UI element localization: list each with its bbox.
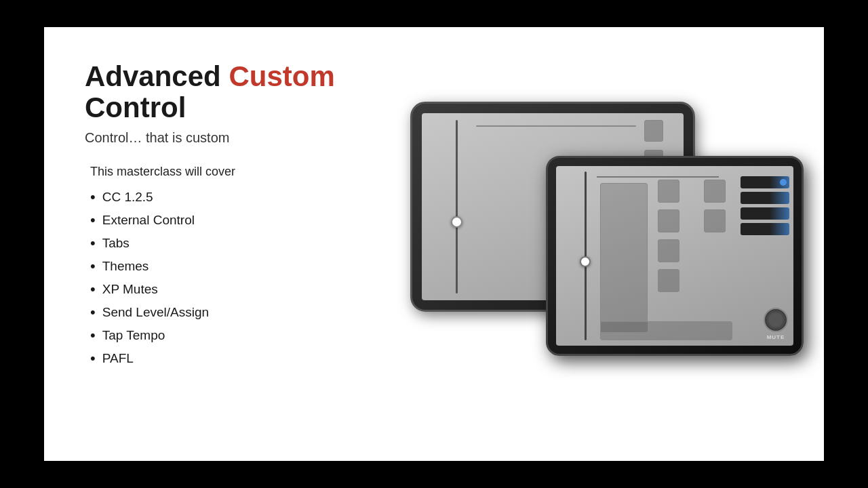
front-right-channels xyxy=(704,180,726,232)
front-btn-3 xyxy=(741,207,789,220)
content-right: MUTE xyxy=(410,61,804,434)
slide: Advanced Custom Control Control… that is… xyxy=(44,27,824,461)
back-slider-track xyxy=(456,120,458,293)
front-btn-4 xyxy=(741,223,789,235)
front-slider-thumb xyxy=(580,256,591,267)
front-bottom-channel xyxy=(600,321,732,340)
list-item: Tabs xyxy=(90,235,410,252)
front-buttons-panel xyxy=(741,176,789,235)
front-mute-label: MUTE xyxy=(767,334,785,340)
tablets-illustration: MUTE xyxy=(410,102,804,393)
front-right-channel-1 xyxy=(704,180,726,203)
front-btn-2 xyxy=(741,192,789,204)
list-item: XP Mutes xyxy=(90,281,410,298)
front-channel-3 xyxy=(658,239,679,262)
front-main-channel xyxy=(600,183,648,332)
title-highlight: Custom xyxy=(229,60,334,92)
tablet-front-screen: MUTE xyxy=(556,166,793,346)
title-part2: Control xyxy=(85,92,186,123)
back-channel-1 xyxy=(644,120,663,142)
tablet-front: MUTE xyxy=(546,156,804,356)
back-slider-thumb xyxy=(451,216,462,228)
list-item: Send Level/Assign xyxy=(90,304,410,321)
front-channel-2 xyxy=(658,209,679,232)
content-left: Advanced Custom Control Control… that is… xyxy=(85,61,410,434)
slide-title: Advanced Custom Control xyxy=(85,61,410,123)
intro-text: This masterclass will cover xyxy=(90,165,410,179)
front-channel-1 xyxy=(658,180,679,203)
front-mute-button xyxy=(764,308,788,332)
front-channel-4 xyxy=(658,269,679,292)
front-mute-area: MUTE xyxy=(764,308,788,340)
front-side-channels xyxy=(658,180,679,292)
back-divider xyxy=(476,125,636,127)
list-item: CC 1.2.5 xyxy=(90,188,410,206)
list-item: Tap Tempo xyxy=(90,327,410,344)
list-item: PAFL xyxy=(90,350,410,367)
front-right-channel-2 xyxy=(704,209,726,232)
bullet-list: CC 1.2.5 External Control Tabs Themes XP… xyxy=(90,188,410,373)
front-divider xyxy=(597,176,719,178)
front-btn-1 xyxy=(741,176,789,188)
title-part1: Advanced xyxy=(85,60,229,92)
slide-subtitle: Control… that is custom xyxy=(85,130,410,146)
list-item: External Control xyxy=(90,211,410,229)
list-item: Themes xyxy=(90,258,410,275)
